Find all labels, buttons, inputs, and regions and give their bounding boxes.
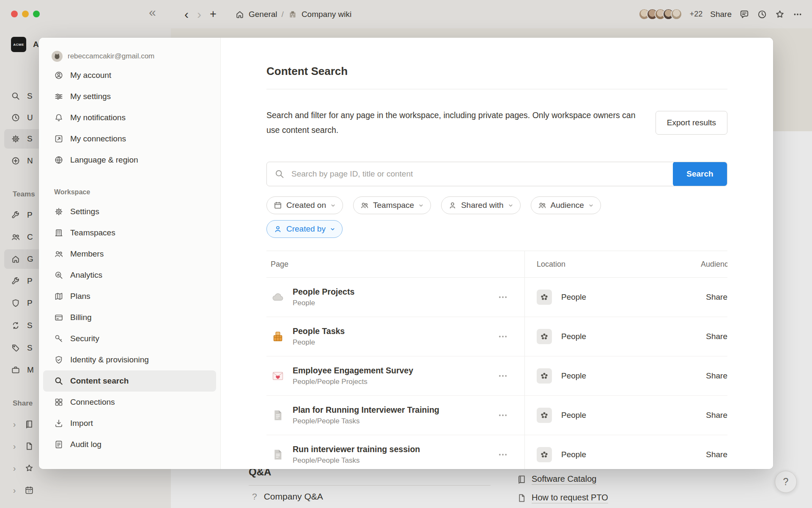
settings-nav-my-account[interactable]: My account <box>43 65 216 86</box>
chevron-down-icon <box>588 203 594 208</box>
shield-check-icon <box>54 355 63 364</box>
search-icon <box>54 376 63 386</box>
nav-item-label: Members <box>70 249 104 259</box>
page-path: People <box>293 299 490 307</box>
chart-magnifier-icon <box>54 271 63 280</box>
teamspace-icon <box>537 368 552 384</box>
settings-sidebar: rebeccamcakir@gmail.com My account My se… <box>39 38 221 469</box>
page-title-link[interactable]: Employee Engagement Survey <box>293 366 490 375</box>
filter-audience[interactable]: Audience <box>531 196 601 214</box>
audience-value: Share <box>706 293 727 302</box>
export-results-button[interactable]: Export results <box>656 111 727 135</box>
bell-icon <box>54 113 63 122</box>
sliders-icon <box>54 92 63 101</box>
results-table: Page Location Audience People Projects <box>266 251 727 469</box>
account-email: rebeccamcakir@gmail.com <box>68 52 154 61</box>
search-icon <box>274 169 285 179</box>
filter-created-by[interactable]: Created by <box>266 220 343 238</box>
building-icon <box>54 228 63 237</box>
audience-value: Share <box>706 411 727 420</box>
filter-label: Teamspace <box>373 201 414 210</box>
settings-nav-billing[interactable]: Billing <box>43 307 216 328</box>
filter-chips-row: Created on Teamspace Shared with Audienc… <box>266 196 727 214</box>
audience-value: Share <box>706 371 727 381</box>
teamspace-icon <box>537 329 552 344</box>
search-bar: Search <box>266 162 727 186</box>
teamspace-icon <box>537 290 552 305</box>
filter-created-on[interactable]: Created on <box>266 196 343 214</box>
page-title-link[interactable]: Plan for Running Interviewer Training <box>293 405 490 415</box>
filter-chips-row: Created by <box>266 220 727 238</box>
page-title-link[interactable]: Run interviewer training session <box>293 444 490 454</box>
nav-item-label: Content search <box>70 376 129 386</box>
page-title-link[interactable]: People Tasks <box>293 326 490 336</box>
import-icon <box>54 419 63 428</box>
account-header: rebeccamcakir@gmail.com <box>39 49 220 64</box>
page-title-link[interactable]: People Projects <box>293 287 490 297</box>
settings-nav-audit-log[interactable]: Audit log <box>43 434 216 455</box>
settings-nav-language-region[interactable]: Language & region <box>43 149 216 171</box>
location-label[interactable]: People <box>561 371 586 381</box>
filter-label: Shared with <box>461 201 503 210</box>
settings-dialog: rebeccamcakir@gmail.com My account My se… <box>39 38 773 469</box>
table-row[interactable]: People Tasks People People Share <box>266 317 727 356</box>
settings-nav-teamspaces[interactable]: Teamspaces <box>43 222 216 243</box>
audience-value: Share <box>706 332 727 341</box>
settings-nav-my-connections[interactable]: My connections <box>43 128 216 149</box>
settings-nav-plans[interactable]: Plans <box>43 286 216 307</box>
people-icon <box>538 201 546 210</box>
settings-nav-import[interactable]: Import <box>43 413 216 434</box>
filter-label: Created on <box>286 201 326 210</box>
cloud-icon <box>271 290 285 304</box>
nav-item-label: Analytics <box>70 271 102 280</box>
workspace-nav: Settings Teamspaces Members Analytics Pl… <box>39 201 220 455</box>
teamspace-icon <box>537 447 552 462</box>
people-icon <box>360 201 369 210</box>
filter-teamspace[interactable]: Teamspace <box>353 196 431 214</box>
row-more-button[interactable] <box>497 449 508 460</box>
row-more-button[interactable] <box>497 370 508 381</box>
row-more-button[interactable] <box>497 292 508 303</box>
row-more-button[interactable] <box>497 331 508 342</box>
search-input[interactable] <box>291 169 673 179</box>
chevron-down-icon <box>508 203 513 208</box>
love-letter-icon <box>271 369 285 383</box>
settings-nav-connections[interactable]: Connections <box>43 392 216 413</box>
account-nav: My account My settings My notifications … <box>39 65 220 171</box>
audience-value: Share <box>706 450 727 459</box>
search-button[interactable]: Search <box>673 162 727 186</box>
table-row[interactable]: People Projects People People Share <box>266 278 727 317</box>
settings-nav-my-settings[interactable]: My settings <box>43 86 216 107</box>
column-header-page: Page <box>266 251 524 277</box>
settings-nav-identity-provisioning[interactable]: Identity & provisioning <box>43 349 216 370</box>
settings-nav-content-search[interactable]: Content search <box>43 370 216 392</box>
chevron-down-icon <box>330 226 335 232</box>
divider <box>266 89 727 89</box>
task-box-icon <box>271 329 285 344</box>
page-path: People/People Tasks <box>293 456 490 465</box>
table-row[interactable]: Plan for Running Interviewer Training Pe… <box>266 396 727 435</box>
person-icon <box>448 201 457 210</box>
key-icon <box>54 334 63 343</box>
settings-nav-settings[interactable]: Settings <box>43 201 216 222</box>
calendar-icon <box>274 201 282 210</box>
row-more-button[interactable] <box>497 410 508 421</box>
location-label[interactable]: People <box>561 450 586 459</box>
settings-nav-security[interactable]: Security <box>43 328 216 349</box>
person-circle-icon <box>54 71 63 80</box>
teamspace-icon <box>537 408 552 423</box>
nav-item-label: Settings <box>70 207 99 216</box>
settings-nav-my-notifications[interactable]: My notifications <box>43 107 216 128</box>
page-description: Search and filter for any page in the wo… <box>266 108 639 138</box>
credit-card-icon <box>54 313 63 322</box>
settings-nav-members[interactable]: Members <box>43 243 216 265</box>
location-label[interactable]: People <box>561 332 586 341</box>
location-label[interactable]: People <box>561 293 586 302</box>
settings-nav-analytics[interactable]: Analytics <box>43 265 216 286</box>
column-header-audience: Audience <box>701 260 727 269</box>
page-path: People/People Projects <box>293 378 490 386</box>
table-row[interactable]: Run interviewer training session People/… <box>266 435 727 469</box>
location-label[interactable]: People <box>561 411 586 420</box>
filter-shared-with[interactable]: Shared with <box>441 196 520 214</box>
table-row[interactable]: Employee Engagement Survey People/People… <box>266 356 727 396</box>
